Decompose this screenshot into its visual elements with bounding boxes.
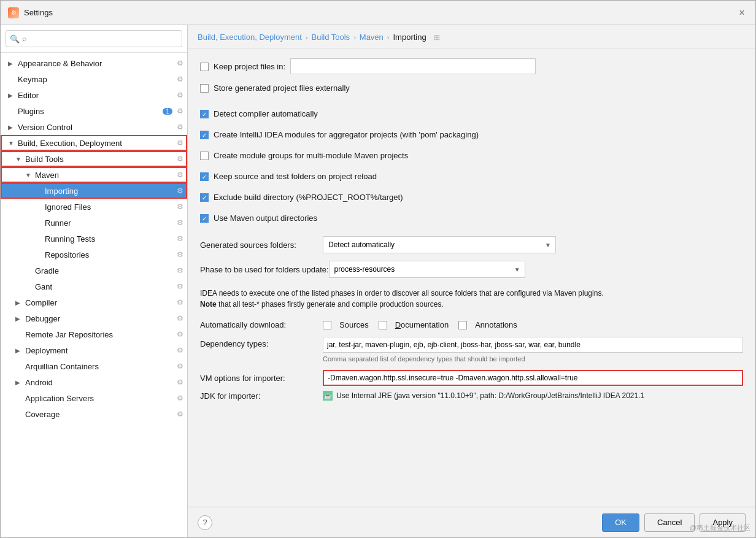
expand-icon: ▶ [15, 299, 25, 306]
settings-dialog: ⚙ Settings × 🔍 ▶ Appearance & Behavior ⚙ [0, 0, 756, 538]
jdk-importer-label: JDK for importer: [200, 391, 323, 401]
expand-icon: ▶ [8, 60, 18, 67]
sidebar-item-arquillian[interactable]: Arquillian Containers ⚙ [1, 358, 187, 374]
gear-icon: ⚙ [175, 154, 185, 164]
keep-project-files-label: Keep project files in: [214, 62, 285, 71]
gear-icon: ⚙ [175, 345, 185, 355]
sidebar-item-deployment[interactable]: ▶ Deployment ⚙ [1, 342, 187, 358]
keep-project-files-input[interactable] [290, 58, 536, 74]
sidebar-item-plugins[interactable]: Plugins 1 ⚙ [1, 103, 187, 119]
content-area: 🔍 ▶ Appearance & Behavior ⚙ Keymap ⚙ [1, 25, 755, 537]
main-panel: Build, Execution, Deployment › Build Too… [188, 25, 755, 537]
gear-icon: ⚙ [175, 90, 185, 100]
sidebar-item-remote-jar[interactable]: Remote Jar Repositories ⚙ [1, 326, 187, 342]
gear-icon: ⚙ [175, 202, 185, 212]
search-input[interactable] [6, 30, 182, 47]
sidebar-item-coverage[interactable]: Coverage ⚙ [1, 406, 187, 422]
exclude-build-dir-checkbox[interactable]: ✓ [200, 193, 209, 202]
search-icon: 🔍 [10, 34, 20, 44]
expand-icon: ▶ [8, 124, 18, 131]
sidebar-item-compiler[interactable]: ▶ Compiler ⚙ [1, 294, 187, 310]
sources-checkbox[interactable] [323, 321, 331, 329]
detect-compiler-checkbox[interactable]: ✓ [200, 110, 209, 118]
sidebar-item-running-tests[interactable]: Running Tests ⚙ [1, 231, 187, 247]
close-button[interactable]: × [736, 7, 748, 19]
bottom-bar: ? OK Cancel Apply [188, 507, 755, 537]
sidebar-item-debugger[interactable]: ▶ Debugger ⚙ [1, 310, 187, 326]
watermark: @稀土掘金技术社区 [690, 523, 750, 532]
sidebar-item-app-servers[interactable]: Application Servers ⚙ [1, 390, 187, 406]
dependency-types-input[interactable] [323, 337, 743, 353]
keep-source-folders-checkbox[interactable]: ✓ [200, 172, 209, 181]
sidebar-item-runner[interactable]: Runner ⚙ [1, 215, 187, 231]
sidebar-item-build-tools[interactable]: ▼ Build Tools ⚙ [1, 151, 187, 167]
sidebar-item-label: Repositories [45, 250, 175, 259]
generated-sources-select[interactable]: Detect automatically target/generated-so… [323, 236, 556, 253]
sidebar-item-label: Editor [18, 91, 175, 100]
keep-project-files-checkbox[interactable] [200, 63, 209, 71]
sidebar-item-appearance[interactable]: ▶ Appearance & Behavior ⚙ [1, 55, 187, 71]
expand-icon: ▼ [25, 172, 35, 179]
gear-icon: ⚙ [175, 234, 185, 244]
documentation-label: Documentation [395, 320, 449, 329]
help-button[interactable]: ? [198, 515, 212, 530]
sidebar-item-gradle[interactable]: Gradle ⚙ [1, 263, 187, 279]
create-module-groups-label: Create module groups for multi-module Ma… [214, 151, 408, 160]
cancel-button[interactable]: Cancel [644, 513, 695, 532]
breadcrumb-sep-1: › [306, 34, 308, 41]
gear-icon: ⚙ [175, 393, 185, 403]
expand-icon: ▼ [8, 140, 18, 147]
gear-icon: ⚙ [175, 218, 185, 228]
dependency-types-row: Dependency types: [200, 337, 743, 353]
sidebar-item-importing[interactable]: Importing ⚙ [1, 183, 187, 199]
idea-note: IDEA needs to execute one of the listed … [200, 285, 691, 315]
exclude-build-dir-row: ✓ Exclude build directory (%PROJECT_ROOT… [200, 190, 743, 204]
sidebar-item-label: Importing [45, 186, 175, 196]
jdk-importer-text: Use Internal JRE (java version "11.0.10+… [336, 391, 644, 400]
expand-icon: ▶ [15, 379, 25, 386]
phase-folders-wrapper: process-resources generate-sources ▼ [329, 261, 525, 278]
breadcrumb-maven[interactable]: Maven [360, 33, 384, 42]
breadcrumb-build-tools[interactable]: Build Tools [311, 33, 350, 42]
use-maven-output-checkbox[interactable]: ✓ [200, 214, 209, 223]
keep-source-folders-label: Keep source and test folders on project … [214, 172, 377, 181]
breadcrumb-importing: Importing [393, 33, 426, 42]
dialog-title: Settings [24, 8, 736, 17]
sidebar-item-label: Appearance & Behavior [18, 59, 175, 68]
sidebar-item-ignored-files[interactable]: Ignored Files ⚙ [1, 199, 187, 215]
gear-icon: ⚙ [175, 329, 185, 339]
gear-icon: ⚙ [175, 266, 185, 275]
sidebar-item-gant[interactable]: Gant ⚙ [1, 279, 187, 294]
search-wrapper: 🔍 [6, 30, 182, 47]
vm-options-input[interactable] [323, 370, 743, 386]
ok-button[interactable]: OK [602, 513, 639, 532]
create-modules-checkbox[interactable]: ✓ [200, 131, 209, 139]
documentation-checkbox-item: Documentation [379, 320, 449, 329]
expand-icon: ▶ [15, 347, 25, 354]
breadcrumb-build-exec[interactable]: Build, Execution, Deployment [198, 33, 302, 42]
sidebar-item-vcs[interactable]: ▶ Version Control ⚙ [1, 119, 187, 135]
store-generated-checkbox[interactable] [200, 84, 209, 93]
sidebar-item-label: Deployment [25, 346, 175, 355]
sidebar-item-maven[interactable]: ▼ Maven ⚙ [1, 167, 187, 183]
breadcrumb-sep-2: › [353, 34, 356, 41]
expand-icon: ▼ [15, 156, 25, 163]
detect-compiler-row: ✓ Detect compiler automatically [200, 106, 743, 121]
sidebar-item-repositories[interactable]: Repositories ⚙ [1, 247, 187, 263]
sidebar-item-android[interactable]: ▶ Android ⚙ [1, 374, 187, 390]
create-module-groups-checkbox[interactable] [200, 152, 209, 160]
sidebar-item-build-exec[interactable]: ▼ Build, Execution, Deployment ⚙ [1, 135, 187, 151]
phase-folders-select[interactable]: process-resources generate-sources [329, 261, 525, 278]
breadcrumb-bar: Build, Execution, Deployment › Build Too… [188, 25, 755, 48]
gear-icon: ⚙ [175, 106, 185, 116]
gear-icon: ⚙ [175, 409, 185, 419]
sidebar-item-keymap[interactable]: Keymap ⚙ [1, 71, 187, 87]
sidebar-item-label: Application Servers [25, 394, 175, 403]
gear-icon: ⚙ [175, 282, 185, 291]
sidebar-item-editor[interactable]: ▶ Editor ⚙ [1, 87, 187, 103]
sidebar-item-label: Gradle [35, 266, 175, 275]
annotations-checkbox-item: Annotations [458, 320, 517, 329]
annotations-checkbox[interactable] [458, 321, 467, 329]
vm-options-label: VM options for importer: [200, 374, 323, 383]
documentation-checkbox[interactable] [379, 321, 387, 329]
